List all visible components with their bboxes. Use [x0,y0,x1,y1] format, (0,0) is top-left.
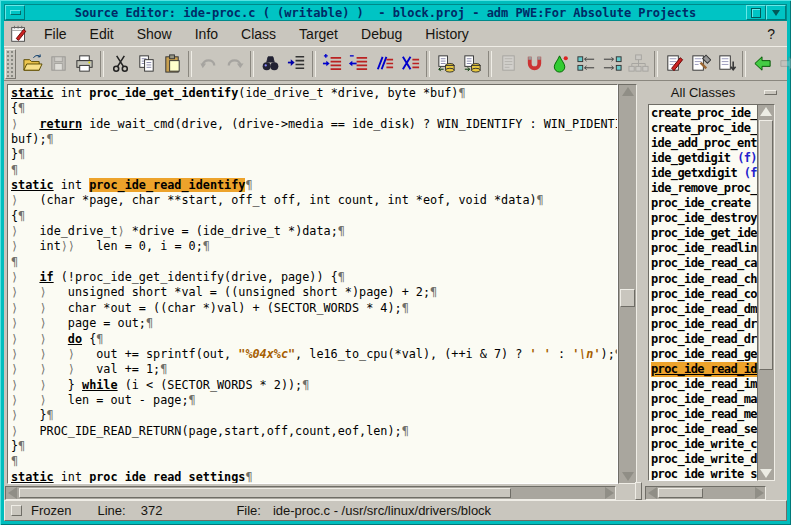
version-checkout-icon[interactable] [434,52,458,76]
highlight-drop-icon[interactable] [548,52,572,76]
magnet-icon[interactable] [522,52,546,76]
editor-vscroll-thumb[interactable] [620,289,635,307]
class-list-item[interactable]: proc_ide_read_set [651,422,757,437]
indent-add-icon[interactable] [320,52,344,76]
code-line: ⟩ PROC_IDE_READ_RETURN(page,start,off,co… [11,424,617,439]
list-vscroll-thumb[interactable] [759,120,773,370]
maximize-button[interactable] [746,5,766,20]
editor-horizontal-scrollbar[interactable] [5,486,616,500]
class-list-item[interactable]: ide_getdigit (f) [651,151,757,166]
window-shade-button[interactable] [766,5,786,20]
class-list-item[interactable]: proc_ide_read_cap [651,256,757,271]
help-menu[interactable]: ? [755,23,787,45]
scroll-right-arrow[interactable] [753,487,765,499]
class-list-item[interactable]: proc_ide_read_cha [651,272,757,287]
scroll-left-arrow[interactable] [646,487,658,499]
class-list-item[interactable]: proc_ide_read_dmo [651,302,757,317]
undo-icon[interactable] [196,52,220,76]
option-menu-indicator-icon [764,90,777,95]
save-file-icon[interactable] [46,52,70,76]
code-line: ⟩ ⟩ len = out - page;¶ [11,393,617,408]
class-filter-dropdown[interactable]: All Classes [642,83,785,102]
code-line: buf);¶ [11,132,617,147]
class-list-item[interactable]: proc_ide_get_iden [651,226,757,241]
uncomment-icon[interactable] [398,52,422,76]
collapse-tree-icon[interactable] [574,52,598,76]
class-list-item[interactable]: proc_ide_destroy [651,211,757,226]
list-hscroll-thumb[interactable] [658,488,703,498]
class-list-item[interactable]: proc_ide_read_dri [651,332,757,347]
copy-icon[interactable] [134,52,158,76]
indent-remove-icon[interactable] [346,52,370,76]
export-doc-icon[interactable] [714,52,738,76]
comment-icon[interactable] [372,52,396,76]
panel-sash-handle[interactable] [635,482,642,500]
class-list[interactable]: create_proc_ide_dcreate_proc_ide_iide_ad… [648,104,758,481]
scroll-up-arrow[interactable] [619,85,636,98]
menu-item[interactable]: Show [128,23,186,45]
toolbar-separator [100,51,104,77]
code-line: ⟩ ⟩ ⟩ out += sprintf(out, "%04x%c", le16… [11,347,617,362]
menu-item[interactable]: Target [290,23,352,45]
frozen-label: Frozen [31,503,71,518]
title-bar: Source Editor: ide-proc.c ( (writable) )… [4,4,787,21]
class-list-item[interactable]: proc_ide_read_con [651,287,757,302]
class-list-item[interactable]: proc_ide_read_geo [651,347,757,362]
scroll-down-arrow[interactable] [619,470,636,483]
cut-icon[interactable] [108,52,132,76]
build-icon[interactable] [688,52,712,76]
scroll-right-arrow[interactable] [603,487,615,499]
open-file-icon[interactable] [20,52,44,76]
class-list-item[interactable]: proc_ide_write_co [651,437,757,452]
annotate-icon[interactable] [662,52,686,76]
editor-hscroll-thumb[interactable] [19,488,511,498]
scroll-down-arrow[interactable] [758,467,774,480]
class-list-item[interactable]: proc_ide_write_se [651,467,757,481]
hierarchy-icon[interactable] [626,52,650,76]
menu-item[interactable]: Info [186,23,232,45]
class-list-item[interactable]: create_proc_ide_d [651,106,757,121]
class-list-item[interactable]: proc_ide_create [651,196,757,211]
class-list-item[interactable]: ide_remove_proc_e [651,181,757,196]
menu-item[interactable]: File [35,23,81,45]
scroll-up-arrow[interactable] [758,105,774,118]
redo-icon[interactable] [222,52,246,76]
class-list-item[interactable]: proc_ide_read_imo [651,377,757,392]
version-checkin-icon[interactable] [460,52,484,76]
class-list-item[interactable]: proc_ide_read_ide [651,362,757,377]
toolbar-separator [312,51,316,77]
print-icon[interactable] [72,52,96,76]
class-list-item[interactable]: proc_ide_read_dri [651,317,757,332]
editor-vertical-scrollbar[interactable] [618,84,637,484]
toolbar-separator [488,51,492,77]
scroll-left-arrow[interactable] [6,487,18,499]
doc-info-icon[interactable] [496,52,520,76]
goto-line-icon[interactable] [284,52,308,76]
forward-icon[interactable] [776,52,791,76]
class-list-item[interactable]: create_proc_ide_i [651,121,757,136]
class-list-item[interactable]: ide_add_proc_entr [651,136,757,151]
find-icon[interactable] [258,52,282,76]
list-horizontal-scrollbar[interactable] [645,486,766,500]
window-title: Source Editor: ide-proc.c ( (writable) )… [25,6,746,20]
code-line: static int proc_ide_get_identify(ide_dri… [11,86,617,101]
class-list-item[interactable]: proc_ide_read_mat [651,392,757,407]
list-vertical-scrollbar[interactable] [757,104,775,481]
code-editor[interactable]: static int proc_ide_get_identify(ide_dri… [7,84,618,484]
back-icon[interactable] [750,52,774,76]
toolbar-grip[interactable] [5,49,16,79]
menu-item[interactable]: Debug [352,23,416,45]
window-menu-button[interactable] [5,5,25,20]
expand-tree-icon[interactable] [600,52,624,76]
maximize-icon [751,8,761,18]
menu-item[interactable]: History [416,23,483,45]
paste-icon[interactable] [160,52,184,76]
class-list-item[interactable]: proc_ide_write_dr [651,452,757,467]
class-list-item[interactable]: proc_ide_readlink [651,241,757,256]
class-list-item[interactable]: proc_ide_read_med [651,407,757,422]
menu-item[interactable]: Edit [81,23,128,45]
window-menu-dash-icon [10,10,21,15]
frozen-toggle[interactable] [11,505,22,516]
class-list-item[interactable]: ide_getxdigit (f) [651,166,757,181]
menu-item[interactable]: Class [232,23,290,45]
